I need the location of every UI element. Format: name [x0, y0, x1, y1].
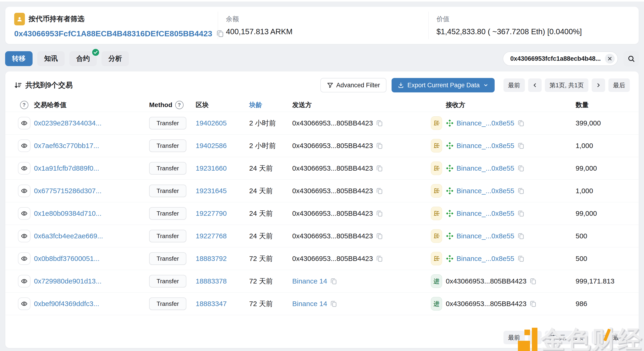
copy-from-address-button[interactable] [376, 142, 383, 149]
transaction-hash-link[interactable]: 0x6a3fcb4ee2ae669... [34, 232, 149, 240]
pagination-next-button[interactable] [592, 79, 605, 92]
block-link[interactable]: 18883792 [196, 255, 249, 262]
tab-analytics[interactable]: 分析 [102, 51, 129, 66]
copy-to-address-button[interactable] [517, 142, 525, 149]
eye-icon [21, 255, 28, 262]
copy-from-address-button[interactable] [376, 187, 383, 195]
preview-transaction-button[interactable] [18, 297, 30, 310]
pagination-page-info[interactable]: 第1页, 共1页 [545, 79, 588, 92]
method-badge[interactable]: Transfer [149, 139, 186, 152]
holder-filter-section: 按代币持有者筛选 0x43066953FcfC1A88ECB4B48316DEf… [5, 12, 218, 39]
binance-icon [446, 209, 454, 217]
pagination-page-info[interactable]: 第1页, 共1页 [545, 331, 588, 344]
table-row: 0x7aef63c770bb17... Transfer 19402586 2 … [5, 135, 639, 157]
transaction-hash-link[interactable]: 0x729980de901d13... [34, 277, 149, 285]
method-badge[interactable]: Transfer [149, 117, 186, 129]
transactions-card: 共找到9个交易 Advanced Filter Export Current P… [5, 71, 639, 348]
block-link[interactable]: 19227768 [196, 232, 249, 240]
tab-info[interactable]: 知讯 [37, 51, 65, 66]
transaction-hash-link[interactable]: 0x0b8bdf37600051... [34, 255, 149, 262]
copy-icon [376, 119, 383, 127]
holder-address-link[interactable]: 0x43066953FcfC1A88ECB4B48316DEfCE805BB44… [14, 29, 212, 38]
age-text: 2 小时前 [249, 141, 292, 151]
preview-transaction-button[interactable] [18, 230, 30, 242]
age-text: 24 天前 [249, 186, 292, 196]
transaction-hash-link[interactable]: 0xbef90f4369ddfc3... [34, 300, 149, 308]
age-text: 24 天前 [249, 209, 292, 218]
copy-icon [376, 187, 383, 195]
binance-icon [446, 142, 454, 150]
advanced-filter-button[interactable]: Advanced Filter [320, 78, 386, 92]
copy-to-address-button[interactable] [517, 232, 525, 240]
clear-search-button[interactable] [605, 54, 615, 64]
copy-from-address-button[interactable] [330, 300, 337, 307]
pagination-next-button[interactable] [592, 331, 605, 344]
pagination-prev-button[interactable] [528, 331, 542, 344]
chevron-left-icon [532, 82, 538, 88]
pagination-first-button[interactable]: 最前 [504, 79, 525, 92]
block-link[interactable]: 18883347 [196, 300, 249, 308]
copy-to-address-button[interactable] [529, 277, 537, 285]
table-controls: 共找到9个交易 Advanced Filter Export Current P… [5, 72, 639, 98]
block-link[interactable]: 19402586 [196, 142, 249, 150]
method-badge[interactable]: Transfer [149, 230, 186, 242]
method-badge[interactable]: Transfer [149, 297, 186, 310]
preview-transaction-button[interactable] [18, 162, 30, 175]
copy-to-address-button[interactable] [529, 300, 537, 307]
transaction-hash-link[interactable]: 0x0239e287344034... [34, 119, 149, 127]
method-badge[interactable]: Transfer [149, 207, 186, 220]
preview-transaction-button[interactable] [18, 117, 30, 129]
copy-to-address-button[interactable] [517, 210, 525, 217]
search-filter-chip[interactable]: 0x43066953fcfc1a88ecb4b48... [503, 52, 618, 66]
amount-text: 1,000 [576, 142, 630, 150]
block-link[interactable]: 19402605 [196, 119, 249, 127]
direction-badge: 出 [431, 162, 442, 175]
advanced-filter-label: Advanced Filter [336, 82, 380, 89]
tab-contract[interactable]: 合约 [69, 51, 97, 66]
block-link[interactable]: 19231660 [196, 164, 249, 172]
transaction-hash-link[interactable]: 0x1e80b09384d710... [34, 209, 149, 217]
copy-from-address-button[interactable] [376, 232, 383, 240]
transaction-hash-link[interactable]: 0x6775715286d307... [34, 187, 149, 195]
block-link[interactable]: 19227790 [196, 209, 249, 217]
direction-badge: 出 [431, 116, 442, 130]
preview-transaction-button[interactable] [18, 207, 30, 220]
tab-transfers[interactable]: 转移 [5, 51, 32, 66]
pagination-prev-button[interactable] [528, 79, 542, 92]
direction-badge: 进 [431, 297, 442, 310]
copy-to-address-button[interactable] [517, 119, 525, 127]
holder-person-icon [14, 13, 25, 25]
copy-from-address-button[interactable] [376, 210, 383, 217]
preview-transaction-button[interactable] [18, 139, 30, 152]
preview-transaction-button[interactable] [18, 275, 30, 287]
method-help-icon[interactable]: ? [175, 101, 184, 109]
preview-transaction-button[interactable] [18, 185, 30, 197]
method-badge[interactable]: Transfer [149, 252, 186, 265]
col-header-age[interactable]: 块龄 [249, 101, 292, 109]
copy-to-address-button[interactable] [517, 255, 525, 262]
chevron-left-icon [532, 334, 538, 340]
copy-from-address-button[interactable] [330, 277, 337, 285]
pagination-last-button[interactable]: 最后 [608, 79, 630, 92]
help-icon[interactable]: ? [20, 101, 28, 109]
search-button[interactable] [624, 51, 639, 66]
copy-from-address-button[interactable] [376, 255, 383, 262]
copy-from-address-button[interactable] [376, 119, 383, 127]
preview-transaction-button[interactable] [18, 252, 30, 265]
transaction-hash-link[interactable]: 0x7aef63c770bb17... [34, 142, 149, 150]
method-badge[interactable]: Transfer [149, 162, 186, 175]
pagination-last-button[interactable]: 最后 [608, 331, 630, 344]
export-page-data-button[interactable]: Export Current Page Data [392, 78, 495, 92]
copy-from-address-button[interactable] [376, 165, 383, 172]
transaction-hash-link[interactable]: 0x1a91fcfb7d889f0... [34, 164, 149, 172]
method-badge[interactable]: Transfer [149, 185, 186, 197]
binance-icon [446, 187, 454, 195]
copy-to-address-button[interactable] [517, 187, 525, 195]
method-badge[interactable]: Transfer [149, 275, 186, 287]
block-link[interactable]: 18883378 [196, 277, 249, 285]
result-summary-text: 共找到9个交易 [25, 80, 72, 90]
amount-text: 999,171.813 [576, 277, 630, 285]
block-link[interactable]: 19231645 [196, 187, 249, 195]
copy-to-address-button[interactable] [517, 165, 525, 172]
pagination-first-button[interactable]: 最前 [504, 331, 525, 344]
